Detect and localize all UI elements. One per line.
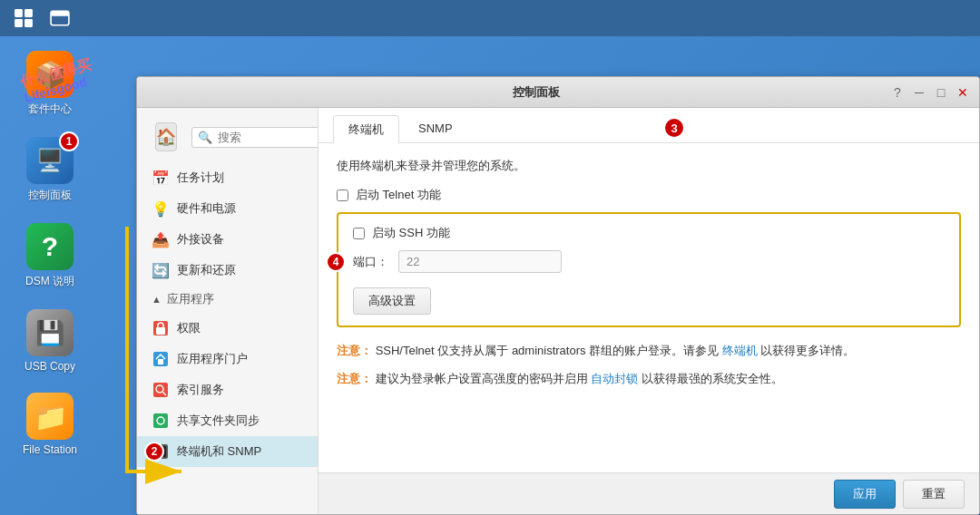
taskbar <box>0 0 980 36</box>
desktop-icon-label-dsm: DSM 说明 <box>25 274 74 289</box>
taskbar-grid-icon[interactable] <box>7 2 40 34</box>
window-titlebar: 3 控制面板 ? ─ □ ✕ <box>137 77 979 108</box>
window-title: 控制面板 <box>182 84 890 101</box>
shared-sync-icon <box>152 412 170 430</box>
app-portal-icon <box>152 350 170 368</box>
svg-rect-13 <box>153 413 168 428</box>
window-controls: ? ─ □ ✕ <box>890 85 970 100</box>
sidebar-section-apps[interactable]: ▲ 应用程序 <box>137 286 318 313</box>
desktop-icon-file-station[interactable]: 📁 File Station <box>9 387 91 462</box>
ssh-label[interactable]: 启动 SSH 功能 <box>372 225 450 241</box>
sidebar-item-permissions[interactable]: 权限 <box>137 313 318 344</box>
notice-2-link[interactable]: 自动封锁 <box>591 372 638 385</box>
sidebar-item-terminal-snmp[interactable]: ▶ 终端机和 SNMP 2 <box>137 436 318 467</box>
sidebar-item-hardware-power[interactable]: 💡 硬件和电源 <box>137 193 318 224</box>
desktop-icon-label-filestation: File Station <box>23 443 77 456</box>
taskbar-window-icon[interactable] <box>44 2 76 34</box>
permissions-icon <box>152 319 170 337</box>
tab-snmp[interactable]: SNMP <box>403 115 468 142</box>
ssh-checkbox-row: 启动 SSH 功能 <box>353 225 945 241</box>
step-2-badge: 2 <box>144 442 164 462</box>
task-scheduler-icon: 📅 <box>152 169 170 187</box>
apply-btn[interactable]: 应用 <box>834 480 896 509</box>
desktop-icon-label-package: 套件中心 <box>28 102 72 117</box>
desktop-icon-label-usb: USB Copy <box>24 360 75 373</box>
reset-btn[interactable]: 重置 <box>903 480 965 509</box>
window-help-btn[interactable]: ? <box>890 85 905 100</box>
advanced-settings-btn[interactable]: 高级设置 <box>353 287 431 315</box>
window-footer: 应用 重置 <box>318 472 979 514</box>
port-label: 端口： <box>353 254 389 270</box>
notice-2-label: 注意： <box>337 372 372 385</box>
notice-1-link[interactable]: 终端机 <box>722 344 758 357</box>
section-collapse-icon: ▲ <box>152 294 162 305</box>
sidebar-item-external-devices[interactable]: 📤 外接设备 <box>137 224 318 255</box>
window-close-btn[interactable]: ✕ <box>956 85 970 100</box>
main-content: 终端机 SNMP 使用终端机来登录并管理您的系统。 启动 Telnet 功能 <box>318 108 979 514</box>
desktop-icon-package-center[interactable]: 📦 套件中心 <box>9 45 91 122</box>
desktop: 什么值得买 Lifeisgood 📦 套件中心 🖥️ 1 控制面板 <box>0 36 980 515</box>
hardware-power-icon: 💡 <box>152 199 170 218</box>
sidebar-item-index-service[interactable]: 索引服务 <box>137 374 318 405</box>
update-restore-icon: 🔄 <box>152 261 170 279</box>
sidebar-item-shared-sync[interactable]: 共享文件夹同步 <box>137 405 318 436</box>
content-description: 使用终端机来登录并管理您的系统。 <box>337 158 961 174</box>
notice-2-text: 建议为登录帐户设置高强度的密码并启用 <box>376 372 592 385</box>
svg-rect-3 <box>24 19 33 27</box>
window-minimize-btn[interactable]: ─ <box>912 85 926 100</box>
step-3-badge: 3 <box>663 117 685 139</box>
svg-rect-7 <box>156 327 165 335</box>
sidebar-item-task-scheduler[interactable]: 📅 任务计划 <box>137 162 318 193</box>
notice-2: 注意： 建议为登录帐户设置高强度的密码并启用 自动封锁 以获得最强的系统安全性。 <box>337 370 961 389</box>
telnet-label[interactable]: 启动 Telnet 功能 <box>356 187 441 203</box>
svg-rect-2 <box>15 19 23 27</box>
sidebar-item-app-portal[interactable]: 应用程序门户 <box>137 344 318 374</box>
svg-rect-0 <box>15 9 23 17</box>
desktop-icon-dsm-help[interactable]: ? DSM 说明 <box>9 218 91 295</box>
port-row: 4 端口： <box>353 250 945 273</box>
external-devices-icon: 📤 <box>152 230 170 248</box>
sidebar-item-update-restore[interactable]: 🔄 更新和还原 <box>137 255 318 286</box>
search-icon: 🔍 <box>198 131 212 144</box>
svg-rect-1 <box>24 9 33 17</box>
index-service-icon <box>152 381 170 399</box>
ssh-box: 启动 SSH 功能 4 端口： 高级设置 <box>337 212 961 327</box>
step-4-badge: 4 <box>326 252 346 272</box>
notice-1-label: 注意： <box>337 344 372 357</box>
window-body: 🏠 🔍 📅 任务计划 💡 硬件和电源 📤 外接设 <box>137 108 979 514</box>
sidebar-search-container: 🔍 <box>191 127 318 148</box>
notice-1: 注意： SSH/Telnet 仅支持从属于 administrators 群组的… <box>337 342 961 361</box>
telnet-checkbox-row: 启动 Telnet 功能 <box>337 187 961 203</box>
content-tabs: 终端机 SNMP <box>318 108 979 143</box>
sidebar: 🏠 🔍 📅 任务计划 💡 硬件和电源 📤 外接设 <box>137 108 318 514</box>
desktop-icons: 📦 套件中心 🖥️ 1 控制面板 ? DSM 说明 <box>0 36 100 515</box>
svg-rect-9 <box>158 359 163 364</box>
tab-terminal[interactable]: 终端机 <box>333 115 399 143</box>
sidebar-home-btn[interactable]: 🏠 <box>155 122 177 151</box>
step-1-badge: 1 <box>59 131 79 151</box>
search-input[interactable] <box>218 131 318 144</box>
port-input[interactable] <box>398 250 562 273</box>
telnet-checkbox[interactable] <box>337 189 348 201</box>
svg-rect-5 <box>51 11 69 15</box>
desktop-icon-control-panel[interactable]: 🖥️ 1 控制面板 <box>9 131 91 209</box>
window-maximize-btn[interactable]: □ <box>934 85 948 100</box>
content-body: 使用终端机来登录并管理您的系统。 启动 Telnet 功能 启动 SSH 功能 <box>318 143 979 472</box>
ssh-checkbox[interactable] <box>353 228 365 239</box>
control-panel-window: 3 控制面板 ? ─ □ ✕ 🏠 🔍 <box>136 76 980 515</box>
notice-1-suffix: 以获得更多详情。 <box>760 344 855 357</box>
notice-1-text: SSH/Telnet 仅支持从属于 administrators 群组的账户登录… <box>376 344 722 357</box>
desktop-icon-label-control: 控制面板 <box>28 188 72 203</box>
notice-2-suffix: 以获得最强的系统安全性。 <box>642 372 783 385</box>
desktop-icon-usb-copy[interactable]: 💾 USB Copy <box>9 304 91 378</box>
